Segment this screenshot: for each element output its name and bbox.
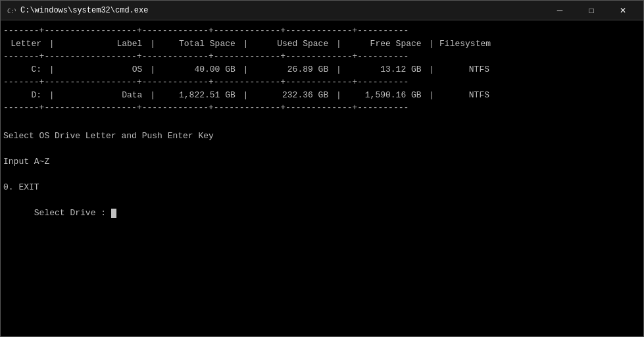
row-d-total: 1,822.51 GB bbox=[161, 89, 238, 102]
drive-table: -------+------------------+-------------… bbox=[3, 24, 641, 115]
row-c-letter: C: bbox=[3, 63, 44, 76]
header-total: Total Space bbox=[161, 38, 238, 51]
blank-line3 bbox=[3, 168, 641, 182]
row-d-fs: NTFS bbox=[439, 89, 492, 102]
cursor bbox=[111, 209, 116, 218]
instruction-line2: Input A~Z bbox=[3, 155, 641, 168]
blank-line bbox=[3, 117, 641, 130]
divider-mid1: -------+------------------+-------------… bbox=[3, 50, 641, 63]
title-bar: C:\ C:\windows\system32\cmd.exe ─ □ ✕ bbox=[1, 1, 643, 20]
minimize-button[interactable]: ─ bbox=[545, 1, 575, 20]
row-c-used: 26.89 GB bbox=[253, 63, 331, 76]
prompt-line: Select Drive : bbox=[3, 194, 641, 233]
table-row: D: | Data | 1,822.51 GB | 232.36 GB | 1,… bbox=[3, 89, 641, 102]
prompt-text: Select Drive : bbox=[34, 208, 111, 218]
terminal-body: -------+------------------+-------------… bbox=[1, 20, 643, 336]
header-used: Used Space bbox=[253, 38, 331, 51]
row-c-total: 40.00 GB bbox=[161, 63, 238, 76]
header-label: Label bbox=[59, 38, 145, 51]
svg-text:C:\: C:\ bbox=[7, 7, 16, 14]
close-button[interactable]: ✕ bbox=[608, 1, 638, 20]
table-header: Letter | Label | Total Space | Used Spac… bbox=[3, 38, 641, 51]
blank-line2 bbox=[3, 143, 641, 156]
header-free: Free Space bbox=[347, 38, 424, 51]
row-d-letter: D: bbox=[3, 89, 44, 102]
divider-top: -------+------------------+-------------… bbox=[3, 24, 641, 38]
row-d-used: 232.36 GB bbox=[253, 89, 331, 102]
window-controls: ─ □ ✕ bbox=[545, 1, 638, 20]
window-title: C:\windows\system32\cmd.exe bbox=[20, 6, 545, 15]
row-c-label: OS bbox=[59, 63, 145, 76]
header-filesystem: Filesystem bbox=[439, 38, 492, 51]
row-c-fs: NTFS bbox=[439, 63, 492, 76]
table-row: C: | OS | 40.00 GB | 26.89 GB | 13.12 GB… bbox=[3, 63, 641, 76]
cmd-icon: C:\ bbox=[6, 5, 16, 16]
header-letter: Letter bbox=[3, 38, 44, 51]
row-d-label: Data bbox=[59, 89, 145, 102]
divider-mid2: -------+------------------+-------------… bbox=[3, 76, 641, 89]
cmd-window: C:\ C:\windows\system32\cmd.exe ─ □ ✕ --… bbox=[0, 0, 644, 337]
divider-bottom: -------+------------------+-------------… bbox=[3, 101, 641, 115]
row-d-free: 1,590.16 GB bbox=[347, 89, 424, 102]
option-exit: 0. EXIT bbox=[3, 181, 641, 194]
maximize-button[interactable]: □ bbox=[576, 1, 607, 20]
instruction-line1: Select OS Drive Letter and Push Enter Ke… bbox=[3, 130, 641, 143]
row-c-free: 13.12 GB bbox=[347, 63, 424, 76]
